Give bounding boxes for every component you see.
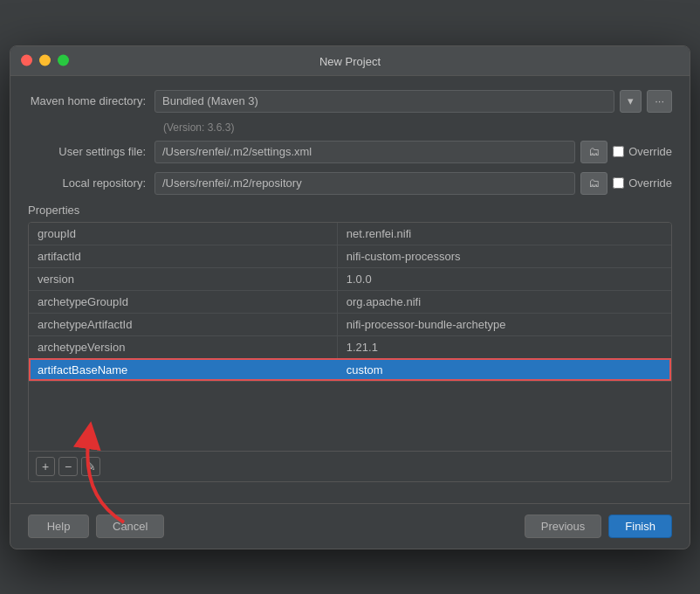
table-actions: + − ✎ <box>29 451 671 481</box>
table-row[interactable]: archetypeArtifactIdnifi-processor-bundle… <box>29 313 671 335</box>
minimize-button[interactable] <box>39 55 51 66</box>
property-key: artifactBaseName <box>29 358 337 381</box>
maven-home-row: Maven home directory: ▾ ··· <box>28 90 672 113</box>
user-settings-browse-button[interactable]: 🗂 <box>580 141 607 163</box>
property-key: artifactId <box>29 245 337 267</box>
remove-property-button[interactable]: − <box>58 457 78 476</box>
property-key: archetypeGroupId <box>29 290 337 313</box>
footer-right: Previous Finish <box>525 515 672 538</box>
maven-dropdown-button[interactable]: ▾ <box>620 90 642 113</box>
maximize-button[interactable] <box>58 55 69 66</box>
property-value: 1.21.1 <box>337 335 671 358</box>
table-row[interactable]: archetypeVersion1.21.1 <box>29 335 671 358</box>
add-property-button[interactable]: + <box>36 457 55 476</box>
help-button[interactable]: Help <box>28 515 89 538</box>
property-key: version <box>29 267 337 290</box>
footer-left: Help Cancel <box>28 515 164 538</box>
local-repo-input[interactable] <box>154 172 575 195</box>
property-value: custom <box>337 358 671 381</box>
close-button[interactable] <box>21 55 32 66</box>
maven-home-label: Maven home directory: <box>28 94 154 107</box>
property-value: net.renfei.nifi <box>337 223 671 245</box>
empty-rows <box>29 381 671 451</box>
local-repo-label: Local repository: <box>28 176 154 190</box>
user-settings-override-label: Override <box>628 145 672 158</box>
property-key: archetypeVersion <box>29 335 337 358</box>
table-row[interactable]: artifactBaseNamecustom <box>29 358 671 381</box>
local-repo-override-label: Override <box>628 176 672 190</box>
table-row[interactable]: version1.0.0 <box>29 267 671 290</box>
property-key: archetypeArtifactId <box>29 313 337 335</box>
maven-home-input[interactable] <box>154 90 614 113</box>
properties-section: groupIdnet.renfei.nifiartifactIdnifi-cus… <box>28 222 672 482</box>
user-settings-row: User settings file: 🗂 Override <box>28 141 672 163</box>
properties-table: groupIdnet.renfei.nifiartifactIdnifi-cus… <box>29 223 671 381</box>
property-value: 1.0.0 <box>337 267 671 290</box>
property-key: groupId <box>29 223 337 245</box>
local-repo-row: Local repository: 🗂 Override <box>28 172 672 195</box>
window-controls[interactable] <box>21 55 69 66</box>
user-settings-override-checkbox[interactable] <box>613 146 624 157</box>
table-row[interactable]: artifactIdnifi-custom-processors <box>29 245 671 267</box>
user-settings-input[interactable] <box>154 141 575 163</box>
maven-version-text: (Version: 3.6.3) <box>163 121 672 134</box>
table-row[interactable]: groupIdnet.renfei.nifi <box>29 223 671 245</box>
property-value: nifi-processor-bundle-archetype <box>337 313 671 335</box>
property-value: nifi-custom-processors <box>337 245 671 267</box>
maven-browse-button[interactable]: ··· <box>647 90 672 113</box>
properties-section-title: Properties <box>28 204 672 217</box>
local-repo-browse-button[interactable]: 🗂 <box>580 172 607 195</box>
local-repo-override-checkbox[interactable] <box>613 177 624 189</box>
previous-button[interactable]: Previous <box>525 515 602 538</box>
title-bar: New Project <box>10 46 690 76</box>
user-settings-label: User settings file: <box>28 145 154 158</box>
edit-property-button[interactable]: ✎ <box>81 457 100 476</box>
dialog-title: New Project <box>319 55 381 68</box>
cancel-button[interactable]: Cancel <box>96 515 164 538</box>
footer: Help Cancel Previous Finish <box>10 503 690 549</box>
property-value: org.apache.nifi <box>337 290 671 313</box>
table-row[interactable]: archetypeGroupIdorg.apache.nifi <box>29 290 671 313</box>
finish-button[interactable]: Finish <box>608 515 672 538</box>
